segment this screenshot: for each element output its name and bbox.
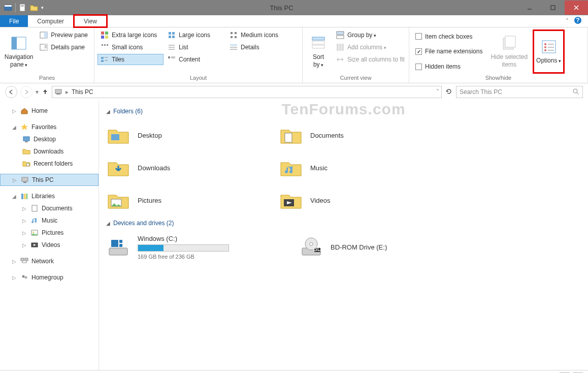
svg-text:?: ?	[576, 17, 579, 24]
svg-rect-12	[12, 37, 17, 49]
svg-point-98	[310, 242, 313, 245]
sort-by-button[interactable]: Sort by	[306, 29, 331, 74]
options-button[interactable]: Options	[533, 29, 565, 74]
tab-computer[interactable]: Computer	[28, 15, 73, 27]
minimize-ribbon-icon[interactable]: ˄	[566, 18, 569, 25]
tree-libraries[interactable]: ◢Libraries	[0, 190, 99, 202]
tree-home[interactable]: ▷Home	[0, 105, 99, 117]
hide-selected-button[interactable]: Hide selected items	[487, 29, 531, 74]
large-icons-button[interactable]: Large icons	[165, 29, 225, 41]
tile-downloads[interactable]: Downloads	[106, 151, 238, 184]
tree-this-pc[interactable]: ▷This PC	[0, 174, 99, 186]
svg-rect-20	[105, 32, 108, 35]
tree-fav-downloads[interactable]: Downloads	[0, 145, 99, 158]
svg-text:BD: BD	[313, 245, 322, 253]
tree-network[interactable]: ▷Network	[0, 255, 99, 267]
small-icons-button[interactable]: Small icons	[97, 42, 164, 53]
tree-homegroup[interactable]: ▷Homegroup	[0, 271, 99, 284]
svg-rect-22	[105, 36, 108, 39]
content-button[interactable]: Content	[165, 54, 225, 65]
pictures-icon	[30, 229, 39, 237]
help-icon[interactable]: ?	[574, 16, 582, 26]
svg-rect-48	[312, 41, 324, 44]
svg-rect-95	[119, 244, 122, 247]
svg-rect-74	[21, 194, 23, 199]
current-view-group-label: Current view	[306, 74, 406, 82]
size-all-columns-button[interactable]: Size all columns to fit	[333, 54, 408, 65]
svg-point-79	[33, 232, 35, 233]
tree-lib-music[interactable]: ▷Music	[0, 214, 99, 227]
svg-rect-26	[172, 36, 175, 38]
network-icon	[20, 257, 28, 265]
recent-locations-icon[interactable]: ▾	[36, 88, 39, 96]
star-icon	[20, 123, 28, 131]
home-icon	[20, 107, 28, 115]
folders-header[interactable]: ◢Folders (6)	[106, 108, 581, 115]
svg-rect-4	[21, 6, 24, 7]
item-check-boxes-toggle[interactable]: Item check boxes	[412, 32, 485, 42]
group-by-button[interactable]: Group by	[333, 29, 408, 41]
svg-rect-24	[172, 32, 175, 35]
devices-header[interactable]: ◢Devices and drives (2)	[106, 220, 581, 227]
properties-icon[interactable]	[19, 4, 27, 12]
tile-bdrom[interactable]: BD BD-ROM Drive (E:)	[299, 231, 451, 263]
tile-pictures[interactable]: Pictures	[106, 184, 238, 216]
up-button[interactable]	[42, 88, 49, 97]
svg-rect-42	[101, 60, 104, 62]
maximize-button[interactable]	[541, 1, 565, 15]
tree-lib-videos[interactable]: ▷Videos	[0, 239, 99, 251]
tree-fav-recent[interactable]: Recent folders	[0, 158, 99, 170]
svg-rect-52	[337, 44, 339, 51]
tile-documents[interactable]: Documents	[279, 119, 411, 151]
tree-favorites[interactable]: ◢Favorites	[0, 121, 99, 133]
tile-drive-c[interactable]: Windows (C:) 169 GB free of 236 GB	[106, 231, 258, 263]
svg-rect-69	[23, 137, 29, 141]
navigation-pane-button[interactable]: Navigation pane	[3, 29, 35, 74]
tree-lib-documents[interactable]: ▷Documents	[0, 202, 99, 214]
svg-rect-40	[101, 57, 104, 59]
tiles-button[interactable]: Tiles	[97, 54, 164, 65]
forward-button[interactable]	[20, 86, 32, 98]
new-folder-icon[interactable]	[30, 4, 38, 12]
svg-rect-92	[109, 248, 127, 255]
svg-point-59	[544, 43, 546, 45]
list-button[interactable]: List	[165, 42, 225, 53]
details-view-button[interactable]: Details	[226, 42, 287, 53]
svg-rect-30	[235, 36, 237, 38]
tile-videos[interactable]: Videos	[279, 184, 411, 216]
tile-desktop[interactable]: Desktop	[106, 119, 238, 151]
medium-icons-button[interactable]: Medium icons	[226, 29, 287, 41]
tab-file[interactable]: File	[0, 15, 28, 27]
videos-icon	[30, 241, 39, 249]
svg-rect-37	[230, 44, 237, 46]
preview-pane-button[interactable]: Preview pane	[37, 29, 91, 41]
svg-rect-6	[551, 6, 555, 10]
documents-icon	[30, 204, 39, 212]
svg-rect-19	[101, 32, 104, 35]
extra-large-icons-button[interactable]: Extra large icons	[97, 29, 164, 41]
back-button[interactable]	[5, 86, 17, 98]
homegroup-icon	[20, 273, 28, 282]
file-name-extensions-toggle[interactable]: File name extensions	[412, 46, 485, 56]
hidden-items-toggle[interactable]: Hidden items	[412, 61, 485, 72]
search-input[interactable]: Search This PC	[456, 86, 583, 98]
svg-rect-72	[22, 177, 28, 181]
address-dropdown-icon[interactable]: ˅	[436, 88, 439, 96]
music-icon	[30, 216, 39, 225]
tab-view[interactable]: View	[73, 14, 108, 28]
refresh-button[interactable]	[445, 87, 453, 97]
svg-rect-29	[231, 36, 233, 38]
tree-fav-desktop[interactable]: Desktop	[0, 133, 99, 145]
tile-music[interactable]: Music	[279, 151, 411, 184]
tree-lib-pictures[interactable]: ▷Pictures	[0, 227, 99, 239]
svg-rect-51	[337, 36, 344, 39]
details-pane-button[interactable]: Details pane	[37, 42, 91, 53]
add-columns-button[interactable]: Add columns	[333, 42, 408, 53]
address-bar[interactable]: ▸ This PC ˅	[52, 86, 442, 98]
minimize-button[interactable]	[518, 1, 541, 15]
breadcrumb[interactable]: This PC	[72, 88, 93, 96]
qat-customize-icon[interactable]	[41, 4, 45, 12]
computer-icon	[21, 176, 29, 184]
close-button[interactable]	[565, 1, 588, 15]
svg-rect-25	[169, 36, 171, 38]
